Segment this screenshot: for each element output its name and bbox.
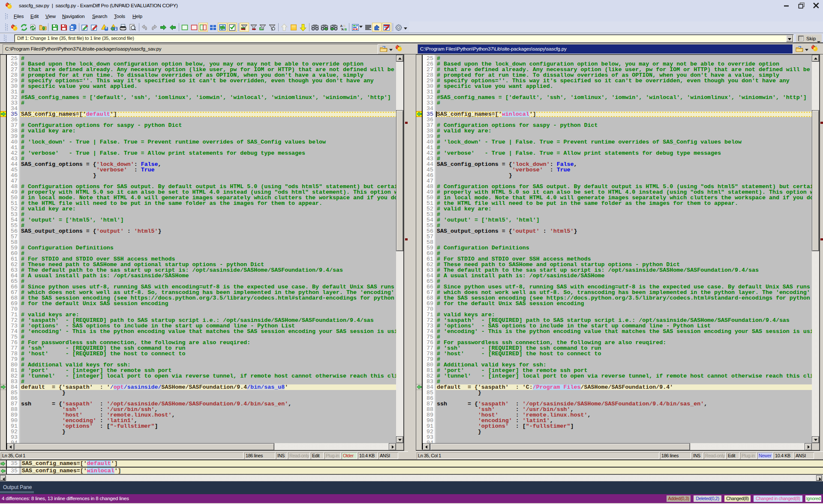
svg-text:B: B xyxy=(344,27,347,31)
